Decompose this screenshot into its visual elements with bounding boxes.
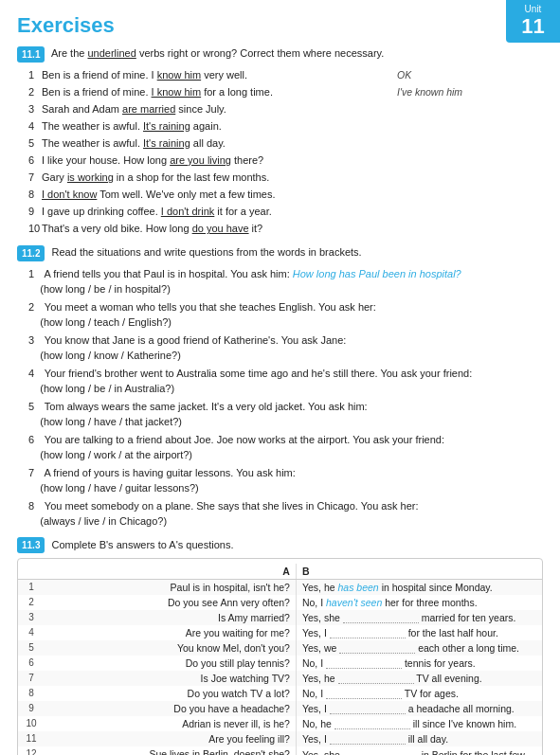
table-row: 11 Are you feeling ill? Yes, I ill all d… <box>18 731 542 746</box>
table-row: 4 The weather is awful. It's raining aga… <box>28 118 543 135</box>
section-11-1-header: 11.1 Are the underlined verbs right or w… <box>17 45 543 63</box>
table-row: 7 Gary is working in a shop for the last… <box>28 170 543 186</box>
col-num-header <box>18 564 45 580</box>
section-11-2-list: 1 A friend tells you that Paul is in hos… <box>17 266 543 530</box>
table-row: 5 You know Mel, don't you? Yes, we each … <box>18 640 542 656</box>
table-row: 3 Sarah and Adam are married since July. <box>28 101 543 117</box>
table-row: 9 I gave up drinking coffee. I don't dri… <box>28 204 543 220</box>
table-row: 3 Is Amy married? Yes, she married for t… <box>18 610 542 625</box>
table-row: 9 Do you have a headache? Yes, I a heada… <box>18 701 542 716</box>
section-label-11-1: 11.1 <box>17 46 45 63</box>
list-item: 7 A friend of yours is having guitar les… <box>28 465 543 496</box>
col-b-header: B <box>296 564 542 580</box>
section-label-11-3: 11.3 <box>17 537 45 553</box>
table-row: 7 Is Joe watching TV? Yes, he TV all eve… <box>18 671 542 686</box>
table-row: 10 Adrian is never ill, is he? No, he il… <box>18 716 542 731</box>
section-11-3: 11.3 Complete B's answers to A's questio… <box>17 537 543 755</box>
table-row: 6 I like your house. How long are you li… <box>28 153 543 169</box>
table-11-3: A B 1 Paul is in hospital, isn't he? Yes… <box>18 564 542 755</box>
list-item: 3 You know that Jane is a good friend of… <box>28 333 543 364</box>
table-row: 10 That's a very old bike. How long do y… <box>28 221 543 237</box>
table-row: 2 Do you see Ann very often? No, I haven… <box>18 595 542 610</box>
section-11-2-header: 11.2 Read the situations and write quest… <box>17 244 543 261</box>
section-label-11-2: 11.2 <box>17 245 45 261</box>
list-item: 8 You meet somebody on a plane. She says… <box>28 498 543 530</box>
table-row: 1 Paul is in hospital, isn't he? Yes, he… <box>18 580 542 596</box>
col-a-header: A <box>45 564 296 580</box>
list-item: 5 Tom always wears the same jacket. It's… <box>28 399 543 430</box>
page-container: Unit 11 Exercises 11.1 Are the underline… <box>0 0 560 755</box>
table-row: 5 The weather is awful. It's raining all… <box>28 135 543 152</box>
section-11-2: 11.2 Read the situations and write quest… <box>17 244 543 530</box>
table-row: 4 Are you waiting for me? Yes, I for the… <box>18 625 542 640</box>
unit-number: 11 <box>512 15 554 38</box>
table-row: 8 Do you watch TV a lot? No, I TV for ag… <box>18 686 542 701</box>
section-11-1: 11.1 Are the underlined verbs right or w… <box>17 45 543 237</box>
unit-badge: Unit 11 <box>506 0 560 43</box>
table-row: 2 Ben is a friend of mine. I know him fo… <box>28 84 543 100</box>
list-item: 4 Your friend's brother went to Australi… <box>28 366 543 397</box>
list-item: 2 You meet a woman who tells you that sh… <box>28 299 543 331</box>
table-11-3-wrapper: A B 1 Paul is in hospital, isn't he? Yes… <box>17 558 543 755</box>
table-row: 12 Sue lives in Berlin, doesn't she? Yes… <box>18 746 542 755</box>
section-11-1-list: 1 Ben is a friend of mine. I know him ve… <box>17 67 543 237</box>
page-title: Exercises <box>17 13 543 38</box>
list-item: 6 You are talking to a friend about Joe.… <box>28 432 543 463</box>
section-11-3-header: 11.3 Complete B's answers to A's questio… <box>17 537 543 554</box>
list-item: 1 A friend tells you that Paul is in hos… <box>28 266 543 297</box>
table-row: 8 I don't know Tom well. We've only met … <box>28 187 543 203</box>
table-row: 6 Do you still play tennis? No, I tennis… <box>18 656 542 671</box>
table-row: 1 Ben is a friend of mine. I know him ve… <box>28 67 543 83</box>
